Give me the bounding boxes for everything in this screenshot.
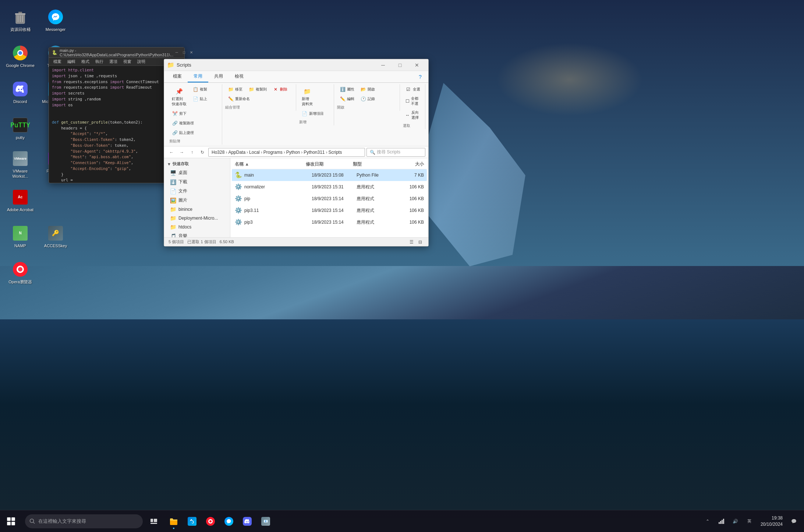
breadcrumb-part-6[interactable]: Python311 <box>304 150 325 155</box>
sidebar-item-htdocs[interactable]: 📁 htdocs <box>164 223 230 231</box>
systray-chevron[interactable]: ⌃ <box>702 515 713 527</box>
sidebar-item-downloads[interactable]: ⬇️ 下載 <box>164 177 230 187</box>
sidebar-item-documents[interactable]: 📄 文件 <box>164 187 230 196</box>
ribbon-paste-shortcut-button[interactable]: 🔗 貼上捷徑 <box>169 128 196 137</box>
ribbon-tab-share[interactable]: 共用 <box>208 71 229 82</box>
py-menu-format[interactable]: 格式 <box>78 58 92 65</box>
ribbon-new-folder-button[interactable]: 📁 新增資料夾 <box>299 85 315 109</box>
desktop-icon-adobe[interactable]: Ac Adobe Acrobat <box>4 184 37 217</box>
ribbon-copy-to-button[interactable]: 📁 複製到 <box>246 85 269 94</box>
breadcrumb-part-4[interactable]: Programs <box>263 150 283 155</box>
explorer-close-button[interactable]: ✕ <box>408 59 425 71</box>
list-view-button[interactable]: ☰ <box>408 238 415 246</box>
ribbon-properties-button[interactable]: ℹ️ 屬性 <box>337 85 357 94</box>
systray-volume[interactable]: 🔊 <box>730 515 741 527</box>
breadcrumb-part-5[interactable]: Python <box>286 150 300 155</box>
ribbon-history-button[interactable]: 🕐 記錄 <box>358 95 378 103</box>
systray-language[interactable]: 英 <box>744 515 755 527</box>
python-editor-maximize-button[interactable]: □ <box>181 49 187 56</box>
binince-folder-icon: 📁 <box>170 206 176 212</box>
col-header-date[interactable]: 修改日期 <box>306 161 353 167</box>
address-breadcrumb[interactable]: Ho328 › AppData › Local › Programs › Pyt… <box>208 148 365 157</box>
nav-up-button[interactable]: ↑ <box>188 148 196 157</box>
sidebar-item-binince[interactable]: 📁 binince <box>164 205 230 214</box>
ribbon-rename-button[interactable]: ✏️ 重新命名 <box>225 95 252 103</box>
python-editor-minimize-button[interactable]: ─ <box>173 49 180 56</box>
col-header-type[interactable]: 類型 <box>353 161 400 167</box>
breadcrumb-part-7[interactable]: Scripts <box>329 150 342 155</box>
file-row-normalizer[interactable]: ⚙️ normalizer 18/9/2023 15:31 應用程式 106 K… <box>232 181 427 193</box>
py-menu-run[interactable]: 執行 <box>92 58 106 65</box>
ribbon-tab-home[interactable]: 常用 <box>188 71 208 82</box>
taskbar-search-box[interactable]: 在這裡輸入文字來搜尋 <box>25 514 143 528</box>
ribbon-tab-file[interactable]: 檔案 <box>167 71 188 82</box>
py-menu-window[interactable]: 視窗 <box>120 58 134 65</box>
ribbon-deselect-all-button[interactable]: ☐ 全都不選 <box>403 95 423 108</box>
taskbar-app-unknown[interactable]: 📧 <box>257 513 275 530</box>
sidebar-item-deployment[interactable]: 📁 Deployment-Micro... <box>164 214 230 223</box>
ribbon-open-button[interactable]: 📂 開啟 <box>358 85 378 94</box>
explorer-search-box[interactable]: 🔍 搜尋 Scripts <box>366 148 425 157</box>
start-button[interactable] <box>0 510 22 532</box>
namp-icon: N <box>12 225 29 242</box>
ribbon-delete-button[interactable]: ✕ 刪除 <box>270 85 290 94</box>
systray-network[interactable] <box>716 515 727 527</box>
taskbar-app-messenger[interactable] <box>220 513 238 530</box>
python-editor-close-button[interactable]: ✕ <box>188 49 195 56</box>
ribbon-new-item-button[interactable]: 📄 新增項目 <box>299 109 326 118</box>
details-view-button[interactable]: ⊟ <box>417 238 424 246</box>
file-list-header: 名稱 ▲ 修改日期 類型 大小 <box>232 160 427 169</box>
nav-refresh-button[interactable]: ↻ <box>198 148 207 157</box>
systray-notifications[interactable]: 💬 <box>788 515 800 527</box>
move-icon: 📁 <box>228 86 234 92</box>
col-header-name[interactable]: 名稱 ▲ <box>235 161 306 167</box>
desktop-icon-recycle-bin[interactable]: 資源回收桶 <box>4 4 37 37</box>
desktop-icon-vmware[interactable]: VMware VMware Workst... <box>4 148 37 181</box>
breadcrumb-part-2[interactable]: AppData <box>228 150 245 155</box>
ribbon-invert-selection-button[interactable]: ↔ 反向選擇 <box>403 109 423 122</box>
py-menu-edit[interactable]: 編輯 <box>64 58 78 65</box>
py-menu-help[interactable]: 說明 <box>134 58 148 65</box>
file-row-pip[interactable]: ⚙️ pip 18/9/2023 15:14 應用程式 106 KB <box>232 193 427 205</box>
py-menu-file[interactable]: 檔案 <box>50 58 64 65</box>
explorer-minimize-button[interactable]: ─ <box>375 59 392 71</box>
py-menu-options[interactable]: 選項 <box>106 58 120 65</box>
ribbon-edit-button[interactable]: ✏️ 編輯 <box>337 95 357 103</box>
taskbar-app-discord[interactable] <box>238 513 256 530</box>
taskbar-app-file-explorer[interactable] <box>165 513 183 530</box>
ribbon-copy-path-button[interactable]: 🔗 複製路徑 <box>169 119 196 128</box>
systray-time[interactable]: 19:38 20/10/2024 <box>758 515 786 528</box>
file-row-pip311[interactable]: ⚙️ pip3.11 18/9/2023 15:14 應用程式 106 KB <box>232 205 427 216</box>
taskbar-app-opera[interactable] <box>202 513 219 530</box>
sidebar-item-pictures[interactable]: 🖼️ 圖片 <box>164 196 230 205</box>
nav-forward-button[interactable]: → <box>177 148 186 157</box>
ribbon-move-button[interactable]: 📁 移至 <box>225 85 245 94</box>
desktop-icon-putty[interactable]: PuTTY putty <box>4 112 37 145</box>
desktop-icon-namp[interactable]: N NAMP <box>4 220 37 253</box>
desktop-icon-accesskey[interactable]: 🔑 ACCESSkey <box>39 220 72 253</box>
sidebar-item-desktop[interactable]: 🖥️ 桌面 <box>164 168 230 177</box>
sidebar-quick-access-header[interactable]: ▼ 快速存取 <box>164 160 230 168</box>
ribbon-cut-button[interactable]: ✂️ 剪下 <box>169 109 196 118</box>
ribbon-select-all-label: 全選 <box>413 87 420 92</box>
ribbon-pin-button[interactable]: 📌 釘選到快速存取 <box>169 85 189 109</box>
breadcrumb-part-1[interactable]: Ho328 <box>212 150 224 155</box>
ribbon-help-button[interactable]: ? <box>417 73 424 81</box>
desktop-icon-chrome[interactable]: Google Chrome <box>4 40 37 73</box>
ribbon-tab-view[interactable]: 檢視 <box>229 71 249 82</box>
col-header-size[interactable]: 大小 <box>400 161 424 167</box>
file-row-pip3[interactable]: ⚙️ pip3 18/9/2023 15:14 應用程式 106 KB <box>232 216 427 228</box>
ribbon-select-all-button[interactable]: ☑ 全選 <box>403 85 423 94</box>
ribbon-paste-button[interactable]: 📄 貼上 <box>190 95 210 103</box>
task-view-button[interactable] <box>146 513 162 529</box>
ribbon-copy-button[interactable]: 📋 複製 <box>190 85 210 94</box>
desktop-icon-opera[interactable]: Opera瀏覽器 <box>4 256 37 289</box>
explorer-maximize-button[interactable]: □ <box>392 59 408 71</box>
taskbar-app-edge[interactable] <box>183 513 201 530</box>
sidebar-item-music[interactable]: 🎵 音樂 <box>164 231 230 237</box>
file-row-main[interactable]: 🐍 main 18/9/2023 15:08 Python File 7 KB <box>232 169 427 181</box>
desktop-icon-discord[interactable]: Discord <box>4 76 37 109</box>
desktop-icon-messenger[interactable]: Messenger <box>39 4 72 37</box>
breadcrumb-part-3[interactable]: Local <box>249 150 260 155</box>
nav-back-button[interactable]: ← <box>167 148 176 157</box>
